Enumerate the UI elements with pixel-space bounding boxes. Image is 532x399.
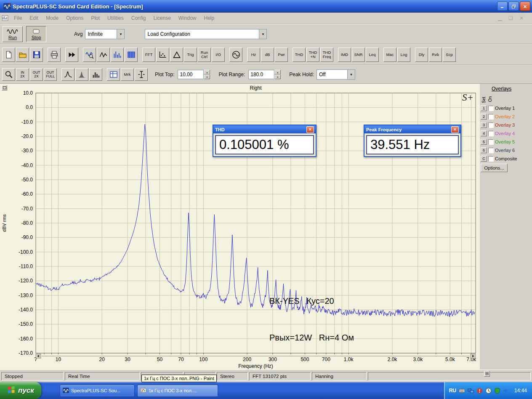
menu-license[interactable]: License bbox=[149, 13, 174, 23]
overlay-on-checkbox-5[interactable] bbox=[488, 139, 494, 145]
zoom-in-2x-button[interactable]: IN2X bbox=[16, 68, 29, 81]
avg-dropdown[interactable]: Infinite ▼ bbox=[85, 29, 125, 39]
menu-help[interactable]: Help bbox=[200, 13, 218, 23]
menu-file[interactable]: File bbox=[10, 13, 26, 23]
stairs-button[interactable] bbox=[156, 48, 169, 62]
delta-button[interactable] bbox=[170, 48, 183, 62]
log-button[interactable]: Log bbox=[397, 48, 410, 62]
tray-network-icon[interactable] bbox=[468, 388, 474, 394]
peak-frequency-titlebar[interactable]: Peak Frequency × bbox=[364, 125, 460, 133]
tray-alert-icon[interactable] bbox=[476, 388, 483, 394]
mdi-child-controls: ▁ ❏ ✕ bbox=[498, 15, 530, 21]
overlay-set-button-4[interactable]: 4 bbox=[481, 130, 487, 136]
pwr-button[interactable]: Pwr bbox=[275, 48, 288, 62]
tray-shield-icon[interactable] bbox=[494, 388, 500, 394]
imd-button[interactable]: IMD bbox=[338, 48, 351, 62]
signal-generator-button[interactable] bbox=[229, 48, 242, 62]
tray-volume-icon[interactable] bbox=[503, 388, 509, 394]
keyboard-icon[interactable] bbox=[459, 388, 465, 394]
thd-freq-button[interactable]: THD Freq bbox=[320, 48, 333, 62]
spin-up-icon[interactable]: ▲ bbox=[204, 70, 210, 74]
spin-up-icon[interactable]: ▲ bbox=[274, 70, 281, 74]
db-button[interactable]: dB bbox=[261, 48, 274, 62]
spectrum-lines-button[interactable] bbox=[111, 48, 124, 62]
plot-corner-button[interactable] bbox=[2, 85, 7, 90]
run-button[interactable]: Run bbox=[3, 26, 23, 42]
rvb-button[interactable]: Rvb bbox=[429, 48, 442, 62]
taskbar-task-paint[interactable]: 1к Гц с ПОС 3-х пол.... bbox=[137, 385, 218, 397]
run-ctrl-button[interactable]: Run Ctrl bbox=[198, 48, 211, 62]
bars-histogram-button[interactable] bbox=[89, 68, 102, 81]
overlay-set-button-1[interactable]: 1 bbox=[481, 105, 487, 111]
overlay-on-checkbox-1[interactable] bbox=[488, 106, 494, 111]
mac-button[interactable]: Mac bbox=[383, 48, 396, 62]
plot-range-spinner[interactable]: 180.0 ▲▼ bbox=[248, 70, 281, 79]
new-file-button[interactable] bbox=[2, 48, 15, 62]
open-folder-button[interactable] bbox=[16, 48, 29, 62]
spin-down-icon[interactable]: ▼ bbox=[204, 74, 210, 79]
minimize-button[interactable] bbox=[497, 2, 508, 11]
scp-button[interactable]: Scp bbox=[443, 48, 456, 62]
print-button[interactable] bbox=[48, 48, 61, 62]
thd-button[interactable]: THD bbox=[293, 48, 306, 62]
overlay-on-checkbox-2[interactable] bbox=[488, 114, 494, 120]
magnifier-button[interactable] bbox=[2, 68, 15, 81]
peak-curve-button[interactable] bbox=[61, 68, 74, 81]
overlay-on-checkbox-3[interactable] bbox=[488, 122, 494, 128]
plot-expand-button[interactable]: ⊞ bbox=[484, 371, 490, 377]
io-button[interactable]: I/O bbox=[212, 48, 225, 62]
thd-titlebar[interactable]: THD × bbox=[213, 125, 316, 133]
overlay-set-button-C[interactable]: C bbox=[481, 156, 487, 162]
snr-button[interactable]: SNR bbox=[352, 48, 365, 62]
plot-top-spin-buttons[interactable]: ▲▼ bbox=[204, 70, 210, 79]
start-button[interactable]: пуск bbox=[0, 382, 41, 399]
filled-curve-button[interactable] bbox=[75, 68, 88, 81]
restore-button[interactable] bbox=[508, 2, 519, 11]
fft-button[interactable]: FFT bbox=[142, 48, 155, 62]
plot-range-spin-buttons[interactable]: ▲▼ bbox=[274, 70, 281, 79]
menu-config[interactable]: Config bbox=[128, 13, 150, 23]
peak-hold-dropdown[interactable]: Off ▼ bbox=[317, 69, 355, 80]
save-button[interactable] bbox=[30, 48, 43, 62]
menu-mode[interactable]: Mode bbox=[42, 13, 62, 23]
spectrogram-button[interactable] bbox=[125, 48, 138, 62]
overlay-on-checkbox-6[interactable] bbox=[488, 148, 494, 153]
trig-button[interactable]: Trig bbox=[184, 48, 197, 62]
mrk-button[interactable]: Mrk bbox=[121, 68, 134, 81]
close-button[interactable]: × bbox=[520, 2, 530, 11]
peak-frequency-close-button[interactable]: × bbox=[451, 126, 459, 133]
overlay-set-button-2[interactable]: 2 bbox=[481, 114, 487, 120]
zoom-out-full-button[interactable]: OUTFULL bbox=[44, 68, 57, 81]
fast-forward-button[interactable] bbox=[65, 48, 78, 62]
overlay-set-button-3[interactable]: 3 bbox=[481, 122, 487, 128]
load-configuration-dropdown[interactable]: Load Configuration ▼ bbox=[145, 29, 267, 39]
waveform-zoom-button[interactable] bbox=[83, 48, 96, 62]
marker-ibeam-button[interactable] bbox=[135, 68, 148, 81]
waveform-button[interactable] bbox=[97, 48, 110, 62]
hz-button[interactable]: Hz bbox=[247, 48, 260, 62]
svg-text:-100.0: -100.0 bbox=[19, 249, 33, 255]
language-indicator[interactable]: RU bbox=[449, 388, 456, 394]
tray-clock-icon[interactable] bbox=[485, 388, 492, 394]
overlays-options-button[interactable]: Options... bbox=[481, 164, 508, 172]
thd-close-button[interactable]: × bbox=[306, 126, 314, 133]
svg-text:-110.0: -110.0 bbox=[19, 263, 33, 269]
menu-utilities[interactable]: Utilities bbox=[104, 13, 128, 23]
overlay-set-button-5[interactable]: 5 bbox=[481, 139, 487, 145]
menu-options[interactable]: Options bbox=[62, 13, 87, 23]
menu-window[interactable]: Window bbox=[175, 13, 200, 23]
thd-plus-n-button[interactable]: THD +N bbox=[306, 48, 319, 62]
stop-button[interactable]: Stop bbox=[26, 26, 46, 42]
spin-down-icon[interactable]: ▼ bbox=[274, 74, 281, 79]
menu-plot[interactable]: Plot bbox=[87, 13, 104, 23]
zoom-out-2x-button[interactable]: OUT2X bbox=[30, 68, 43, 81]
dly-button[interactable]: Dly bbox=[415, 48, 428, 62]
grid-table-button[interactable] bbox=[107, 68, 120, 81]
plot-top-spinner[interactable]: 10.00 ▲▼ bbox=[178, 70, 210, 79]
overlay-on-checkbox-4[interactable] bbox=[488, 131, 494, 136]
menu-edit[interactable]: Edit bbox=[26, 13, 42, 23]
overlay-set-button-6[interactable]: 6 bbox=[481, 147, 487, 153]
leq-button[interactable]: Leq bbox=[366, 48, 379, 62]
overlay-on-checkbox-C[interactable] bbox=[488, 156, 494, 162]
taskbar-task-spectraplus[interactable]: SpectraPLUS-SC Sou... bbox=[60, 385, 135, 397]
